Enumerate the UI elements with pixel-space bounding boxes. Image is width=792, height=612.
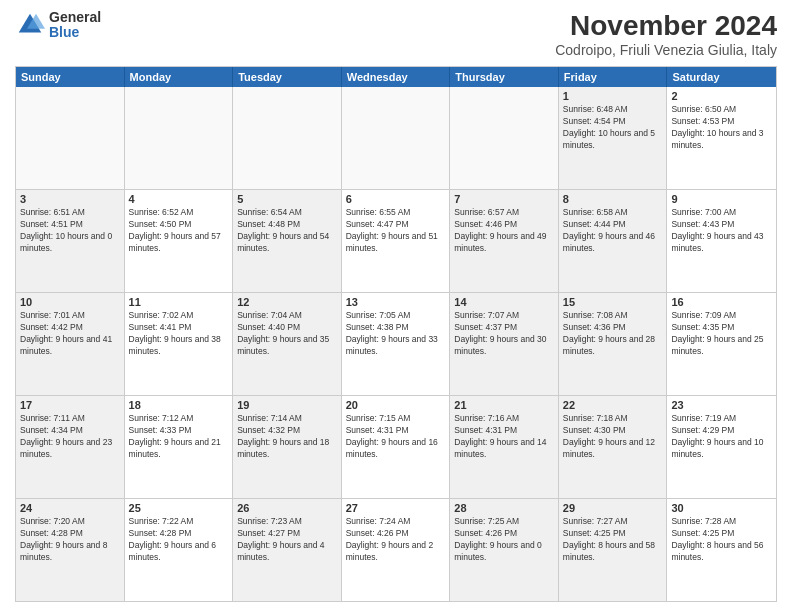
calendar-row-4: 24Sunrise: 7:20 AM Sunset: 4:28 PM Dayli… (16, 499, 776, 601)
calendar-day-13: 13Sunrise: 7:05 AM Sunset: 4:38 PM Dayli… (342, 293, 451, 395)
calendar-day-10: 10Sunrise: 7:01 AM Sunset: 4:42 PM Dayli… (16, 293, 125, 395)
calendar-day-11: 11Sunrise: 7:02 AM Sunset: 4:41 PM Dayli… (125, 293, 234, 395)
calendar-day-19: 19Sunrise: 7:14 AM Sunset: 4:32 PM Dayli… (233, 396, 342, 498)
day-info: Sunrise: 7:00 AM Sunset: 4:43 PM Dayligh… (671, 207, 772, 255)
calendar-day-26: 26Sunrise: 7:23 AM Sunset: 4:27 PM Dayli… (233, 499, 342, 601)
day-number: 28 (454, 502, 554, 514)
header-cell-thursday: Thursday (450, 67, 559, 87)
day-info: Sunrise: 7:01 AM Sunset: 4:42 PM Dayligh… (20, 310, 120, 358)
day-number: 2 (671, 90, 772, 102)
calendar-day-22: 22Sunrise: 7:18 AM Sunset: 4:30 PM Dayli… (559, 396, 668, 498)
day-info: Sunrise: 7:04 AM Sunset: 4:40 PM Dayligh… (237, 310, 337, 358)
day-info: Sunrise: 7:27 AM Sunset: 4:25 PM Dayligh… (563, 516, 663, 564)
header-cell-saturday: Saturday (667, 67, 776, 87)
day-info: Sunrise: 7:19 AM Sunset: 4:29 PM Dayligh… (671, 413, 772, 461)
day-number: 1 (563, 90, 663, 102)
calendar-day-3: 3Sunrise: 6:51 AM Sunset: 4:51 PM Daylig… (16, 190, 125, 292)
calendar-day-4: 4Sunrise: 6:52 AM Sunset: 4:50 PM Daylig… (125, 190, 234, 292)
day-info: Sunrise: 6:48 AM Sunset: 4:54 PM Dayligh… (563, 104, 663, 152)
calendar-header: SundayMondayTuesdayWednesdayThursdayFrid… (16, 67, 776, 87)
calendar-row-0: 1Sunrise: 6:48 AM Sunset: 4:54 PM Daylig… (16, 87, 776, 190)
calendar-body: 1Sunrise: 6:48 AM Sunset: 4:54 PM Daylig… (16, 87, 776, 601)
day-number: 26 (237, 502, 337, 514)
day-info: Sunrise: 7:24 AM Sunset: 4:26 PM Dayligh… (346, 516, 446, 564)
day-number: 22 (563, 399, 663, 411)
logo: General Blue (15, 10, 101, 41)
day-number: 10 (20, 296, 120, 308)
calendar-cell-empty (450, 87, 559, 189)
title-block: November 2024 Codroipo, Friuli Venezia G… (555, 10, 777, 58)
day-info: Sunrise: 7:25 AM Sunset: 4:26 PM Dayligh… (454, 516, 554, 564)
calendar-row-2: 10Sunrise: 7:01 AM Sunset: 4:42 PM Dayli… (16, 293, 776, 396)
calendar-day-21: 21Sunrise: 7:16 AM Sunset: 4:31 PM Dayli… (450, 396, 559, 498)
day-number: 6 (346, 193, 446, 205)
calendar-day-5: 5Sunrise: 6:54 AM Sunset: 4:48 PM Daylig… (233, 190, 342, 292)
calendar-day-23: 23Sunrise: 7:19 AM Sunset: 4:29 PM Dayli… (667, 396, 776, 498)
day-info: Sunrise: 7:05 AM Sunset: 4:38 PM Dayligh… (346, 310, 446, 358)
day-info: Sunrise: 6:55 AM Sunset: 4:47 PM Dayligh… (346, 207, 446, 255)
day-number: 18 (129, 399, 229, 411)
day-info: Sunrise: 6:51 AM Sunset: 4:51 PM Dayligh… (20, 207, 120, 255)
calendar-day-6: 6Sunrise: 6:55 AM Sunset: 4:47 PM Daylig… (342, 190, 451, 292)
day-number: 17 (20, 399, 120, 411)
day-number: 25 (129, 502, 229, 514)
day-info: Sunrise: 7:20 AM Sunset: 4:28 PM Dayligh… (20, 516, 120, 564)
calendar-row-3: 17Sunrise: 7:11 AM Sunset: 4:34 PM Dayli… (16, 396, 776, 499)
day-number: 16 (671, 296, 772, 308)
calendar-day-1: 1Sunrise: 6:48 AM Sunset: 4:54 PM Daylig… (559, 87, 668, 189)
calendar-day-15: 15Sunrise: 7:08 AM Sunset: 4:36 PM Dayli… (559, 293, 668, 395)
day-number: 7 (454, 193, 554, 205)
day-info: Sunrise: 7:08 AM Sunset: 4:36 PM Dayligh… (563, 310, 663, 358)
calendar-day-12: 12Sunrise: 7:04 AM Sunset: 4:40 PM Dayli… (233, 293, 342, 395)
calendar-day-14: 14Sunrise: 7:07 AM Sunset: 4:37 PM Dayli… (450, 293, 559, 395)
month-title: November 2024 (555, 10, 777, 42)
day-number: 4 (129, 193, 229, 205)
calendar-day-7: 7Sunrise: 6:57 AM Sunset: 4:46 PM Daylig… (450, 190, 559, 292)
day-info: Sunrise: 6:58 AM Sunset: 4:44 PM Dayligh… (563, 207, 663, 255)
day-info: Sunrise: 7:14 AM Sunset: 4:32 PM Dayligh… (237, 413, 337, 461)
header-cell-tuesday: Tuesday (233, 67, 342, 87)
day-number: 8 (563, 193, 663, 205)
day-number: 21 (454, 399, 554, 411)
day-number: 12 (237, 296, 337, 308)
day-info: Sunrise: 6:57 AM Sunset: 4:46 PM Dayligh… (454, 207, 554, 255)
calendar-day-2: 2Sunrise: 6:50 AM Sunset: 4:53 PM Daylig… (667, 87, 776, 189)
calendar-day-29: 29Sunrise: 7:27 AM Sunset: 4:25 PM Dayli… (559, 499, 668, 601)
day-number: 11 (129, 296, 229, 308)
day-info: Sunrise: 6:52 AM Sunset: 4:50 PM Dayligh… (129, 207, 229, 255)
calendar-row-1: 3Sunrise: 6:51 AM Sunset: 4:51 PM Daylig… (16, 190, 776, 293)
calendar-day-8: 8Sunrise: 6:58 AM Sunset: 4:44 PM Daylig… (559, 190, 668, 292)
day-info: Sunrise: 7:28 AM Sunset: 4:25 PM Dayligh… (671, 516, 772, 564)
calendar-cell-empty (125, 87, 234, 189)
logo-text: General Blue (49, 10, 101, 41)
day-info: Sunrise: 7:12 AM Sunset: 4:33 PM Dayligh… (129, 413, 229, 461)
header-cell-sunday: Sunday (16, 67, 125, 87)
calendar-day-25: 25Sunrise: 7:22 AM Sunset: 4:28 PM Dayli… (125, 499, 234, 601)
logo-blue: Blue (49, 25, 101, 40)
day-info: Sunrise: 7:18 AM Sunset: 4:30 PM Dayligh… (563, 413, 663, 461)
day-number: 14 (454, 296, 554, 308)
calendar-day-16: 16Sunrise: 7:09 AM Sunset: 4:35 PM Dayli… (667, 293, 776, 395)
day-number: 24 (20, 502, 120, 514)
header-cell-wednesday: Wednesday (342, 67, 451, 87)
day-number: 5 (237, 193, 337, 205)
day-info: Sunrise: 7:22 AM Sunset: 4:28 PM Dayligh… (129, 516, 229, 564)
header-cell-friday: Friday (559, 67, 668, 87)
logo-general: General (49, 10, 101, 25)
day-number: 27 (346, 502, 446, 514)
calendar: SundayMondayTuesdayWednesdayThursdayFrid… (15, 66, 777, 602)
day-info: Sunrise: 6:54 AM Sunset: 4:48 PM Dayligh… (237, 207, 337, 255)
calendar-day-24: 24Sunrise: 7:20 AM Sunset: 4:28 PM Dayli… (16, 499, 125, 601)
day-number: 19 (237, 399, 337, 411)
day-info: Sunrise: 7:11 AM Sunset: 4:34 PM Dayligh… (20, 413, 120, 461)
page-header: General Blue November 2024 Codroipo, Fri… (15, 10, 777, 58)
day-info: Sunrise: 7:15 AM Sunset: 4:31 PM Dayligh… (346, 413, 446, 461)
day-number: 15 (563, 296, 663, 308)
calendar-day-17: 17Sunrise: 7:11 AM Sunset: 4:34 PM Dayli… (16, 396, 125, 498)
calendar-day-20: 20Sunrise: 7:15 AM Sunset: 4:31 PM Dayli… (342, 396, 451, 498)
day-info: Sunrise: 7:07 AM Sunset: 4:37 PM Dayligh… (454, 310, 554, 358)
calendar-cell-empty (16, 87, 125, 189)
logo-icon (15, 10, 45, 40)
day-number: 30 (671, 502, 772, 514)
day-info: Sunrise: 7:16 AM Sunset: 4:31 PM Dayligh… (454, 413, 554, 461)
